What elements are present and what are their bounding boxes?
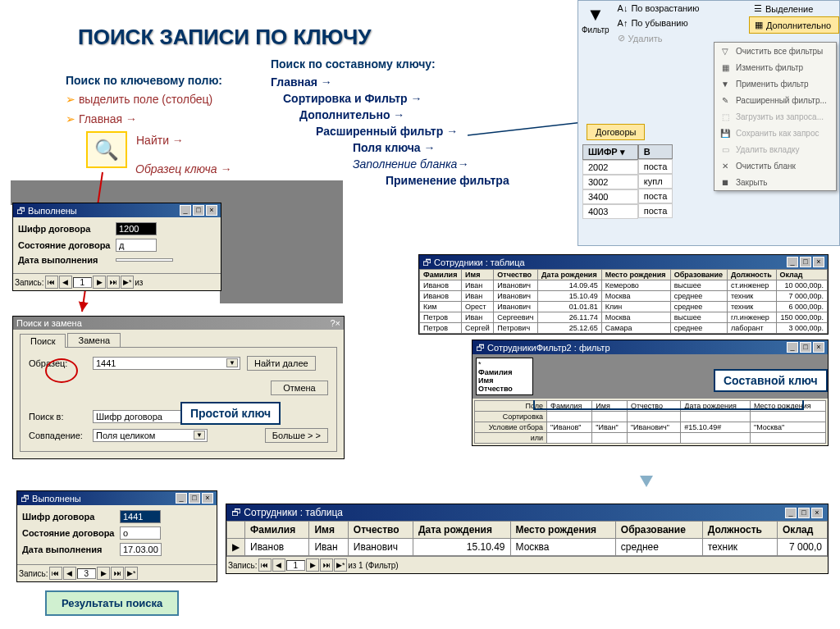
- cell-r2c2[interactable]: поста: [638, 189, 673, 203]
- staff-table-window: 🗗 Сотрудники : таблица _□× ФамилияИмяОтч…: [418, 254, 829, 335]
- input-shifr2[interactable]: 1441: [120, 510, 161, 523]
- input-date[interactable]: [116, 258, 173, 262]
- table-row: ИвановИванИванович15.10.49Москвасреднеет…: [420, 291, 828, 302]
- nav-prev-icon[interactable]: ◀: [59, 276, 72, 289]
- col-shifr[interactable]: ШИФР ▾: [582, 144, 638, 160]
- nav-next-icon[interactable]: ▶: [93, 276, 106, 289]
- funnel-icon[interactable]: ▼: [582, 4, 609, 25]
- nav-last-icon[interactable]: ⏭: [111, 567, 124, 580]
- menu-edit-filter[interactable]: ▦Изменить фильтр: [714, 59, 836, 75]
- nav-prev-icon[interactable]: ◀: [63, 567, 76, 580]
- cell-r1c2[interactable]: купл: [638, 174, 673, 189]
- nav-prev-icon[interactable]: ◀: [272, 558, 285, 572]
- sort-desc-button[interactable]: A↑По убыванию: [613, 16, 749, 30]
- close-icon[interactable]: ×: [336, 318, 340, 328]
- titlebar-staff[interactable]: 🗗 Сотрудники : таблица _□×: [419, 255, 828, 269]
- nav-new-icon[interactable]: ▶*: [121, 276, 134, 289]
- find-next-button[interactable]: Найти далее: [247, 356, 316, 371]
- menu-clear-blank[interactable]: ✕Очистить бланк: [714, 157, 836, 174]
- nav-last-icon[interactable]: ⏭: [320, 558, 333, 572]
- maximize-icon[interactable]: □: [800, 342, 811, 353]
- titlebar-search[interactable]: Поиск и замена ?×: [13, 317, 344, 330]
- titlebar-form1[interactable]: 🗗 Выполнены _□×: [13, 203, 221, 217]
- close-icon: ⏹: [719, 176, 731, 188]
- load-icon: ⬚: [719, 111, 731, 122]
- record-number[interactable]: 1: [73, 277, 93, 288]
- input-state2[interactable]: о: [120, 526, 161, 540]
- minimize-icon[interactable]: _: [176, 493, 187, 504]
- advanced-button[interactable]: ▦Дополнительно: [749, 16, 839, 34]
- label-shifr: Шифр договора: [18, 224, 112, 234]
- menu-apply-filter[interactable]: ▼Применить фильтр: [714, 75, 836, 92]
- close-icon[interactable]: ×: [202, 493, 213, 504]
- close-icon[interactable]: ×: [811, 508, 823, 518]
- menu-clear-filters[interactable]: ▽Очистить все фильтры: [714, 43, 836, 59]
- menu-close[interactable]: ⏹Закрыть: [714, 174, 836, 190]
- nav-next-icon[interactable]: ▶: [97, 567, 110, 580]
- minimize-icon[interactable]: _: [787, 257, 798, 267]
- cell-r0c2[interactable]: поста: [638, 159, 673, 174]
- nav-first-icon[interactable]: ⏮: [45, 276, 58, 289]
- cell-2002[interactable]: 2002: [582, 160, 638, 175]
- record-nav-result: Запись: ⏮◀ 1 ▶⏭▶* из 1 (Фильтр): [226, 556, 828, 573]
- close-icon[interactable]: ×: [206, 205, 217, 216]
- tab-search[interactable]: Поиск: [20, 334, 66, 348]
- maximize-icon[interactable]: □: [193, 205, 204, 216]
- table-row: ИвановИванИванович14.09.45Кемерововысшее…: [420, 280, 828, 291]
- close-icon[interactable]: ×: [813, 257, 824, 267]
- input-state[interactable]: д: [116, 239, 157, 252]
- label-state: Состояние договора: [18, 240, 112, 250]
- clear-blank-icon: ✕: [719, 160, 731, 171]
- nav-new-icon[interactable]: ▶*: [334, 558, 347, 572]
- match-combo[interactable]: Поля целиком: [93, 429, 208, 442]
- close-icon[interactable]: ×: [813, 342, 824, 353]
- cell-3400[interactable]: 3400: [582, 189, 638, 204]
- row-selector-icon[interactable]: ▶: [227, 539, 245, 556]
- tab-replace[interactable]: Замена: [67, 333, 121, 347]
- cell-3002[interactable]: 3002: [582, 175, 638, 189]
- col-v[interactable]: В: [638, 144, 673, 159]
- nav-first-icon[interactable]: ⏮: [49, 567, 62, 580]
- input-date2[interactable]: 17.03.00: [120, 543, 162, 556]
- form-executed-1: 🗗 Выполнены _□× Шифр договора1200 Состоя…: [12, 203, 221, 291]
- cell-r3c2[interactable]: поста: [638, 203, 673, 218]
- maximize-icon[interactable]: □: [798, 508, 810, 518]
- table-row: ПетровИванСергеевич26.11.74Москвавысшеег…: [420, 312, 828, 323]
- page-title: ПОИСК ЗАПИСИ ПО КЛЮЧУ: [78, 25, 371, 50]
- nav-next-icon[interactable]: ▶: [306, 558, 319, 572]
- titlebar-form2[interactable]: 🗗 Выполнены _□×: [17, 491, 217, 505]
- record-number-2[interactable]: 3: [77, 568, 97, 579]
- input-shifr[interactable]: 1200: [116, 222, 157, 235]
- tab-contracts[interactable]: Договоры: [587, 124, 645, 140]
- maximize-icon[interactable]: □: [189, 493, 200, 504]
- more-button[interactable]: Больше > >: [265, 428, 328, 443]
- nav-new-icon[interactable]: ▶*: [125, 567, 138, 580]
- titlebar-filter[interactable]: 🗗 СотрудникиФильтр2 : фильтр _□×: [472, 340, 828, 354]
- nav-applyfilter: Применение фильтра: [386, 174, 509, 187]
- label-shifr2: Шифр договора: [22, 512, 116, 522]
- nav-extfilter: Расширенный фильтр →: [316, 125, 458, 138]
- advanced-icon: ▦: [755, 20, 763, 30]
- record-number-result[interactable]: 1: [286, 560, 306, 571]
- nav-last-icon[interactable]: ⏭: [107, 276, 120, 289]
- maximize-icon[interactable]: □: [800, 257, 811, 267]
- apply-filter-icon: ▼: [719, 78, 731, 89]
- result-table[interactable]: ФамилияИмяОтчествоДата рожденияМесто рож…: [226, 521, 828, 556]
- minimize-icon[interactable]: _: [785, 508, 797, 518]
- field-list[interactable]: * Фамилия Имя Отчество: [476, 358, 533, 395]
- record-nav-1: Запись: ⏮◀ 1 ▶⏭▶* из: [13, 273, 221, 290]
- titlebar-result[interactable]: 🗗 Сотрудники : таблица _□×: [226, 504, 828, 521]
- selection-button[interactable]: ☰Выделение: [749, 1, 839, 16]
- minimize-icon[interactable]: _: [787, 342, 798, 353]
- minimize-icon[interactable]: _: [180, 205, 191, 216]
- menu-ext-filter[interactable]: ✎Расширенный фильтр...: [714, 92, 836, 108]
- cancel-button[interactable]: Отмена: [271, 381, 328, 395]
- sort-asc-button[interactable]: A↓По возрастанию: [613, 1, 749, 16]
- form-executed-2: 🗗 Выполнены _□× Шифр договора1441 Состоя…: [16, 490, 217, 582]
- cell-4003[interactable]: 4003: [582, 204, 638, 219]
- binoculars-icon[interactable]: 🔍: [86, 131, 127, 168]
- sample-combo[interactable]: 1441: [93, 357, 240, 370]
- arrow-down-icon: [640, 476, 653, 487]
- staff-table[interactable]: ФамилияИмяОтчествоДата рожденияМесто рож…: [419, 269, 828, 334]
- nav-first-icon[interactable]: ⏮: [258, 558, 272, 572]
